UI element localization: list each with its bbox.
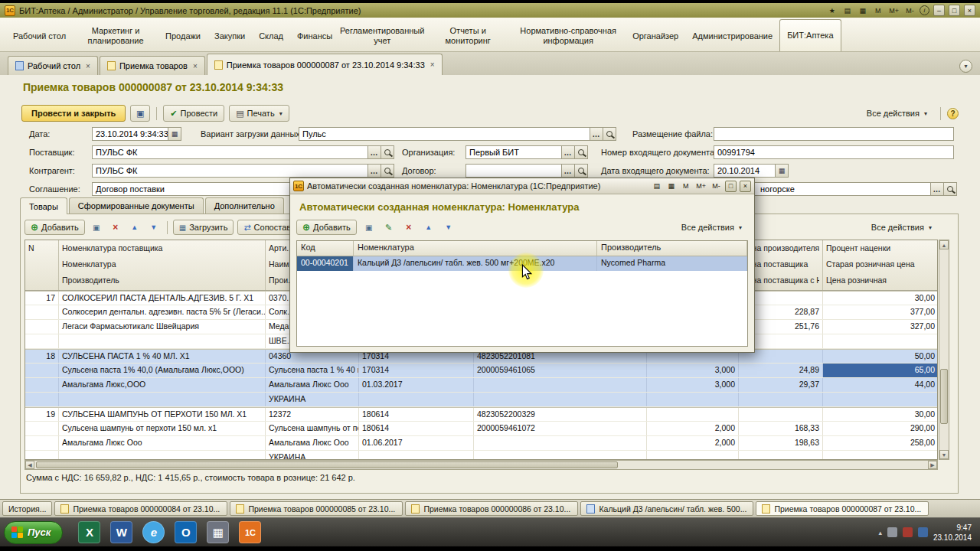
section-tab-4[interactable]: Закупки — [207, 21, 252, 51]
table-row[interactable]: Сульсена паста 1% 40,0 (Амальгама Люкс,О… — [25, 364, 937, 378]
calendar-button[interactable]: ▦ — [168, 128, 181, 140]
close-icon[interactable]: × — [86, 62, 90, 70]
cell[interactable]: УКРАИНА — [266, 393, 359, 406]
cell[interactable] — [25, 320, 59, 334]
copy-row-button[interactable]: ▣ — [89, 220, 104, 235]
cell[interactable] — [474, 436, 647, 450]
cell[interactable]: 2000059461065 — [474, 364, 647, 377]
cell[interactable] — [823, 393, 938, 406]
cell[interactable]: 327,00 — [823, 320, 938, 334]
column-header-producer[interactable]: Производитель — [597, 241, 747, 256]
cell-producer[interactable]: Nycomed Pharma — [597, 256, 747, 271]
maximize-button[interactable]: □ — [725, 181, 737, 192]
scale-m-plus-button[interactable]: М+ — [887, 5, 900, 16]
cell[interactable] — [739, 408, 823, 421]
mdi-tab-2[interactable]: Приемка товаров× — [100, 56, 205, 75]
cell[interactable]: 24,89 — [739, 364, 823, 377]
section-tab-8[interactable]: Отчеты и мониторинг — [425, 21, 511, 51]
scroll-left-icon[interactable]: ◀ — [25, 461, 34, 469]
load-variant-field[interactable]: Пульс … — [299, 127, 616, 141]
taskbar-clock[interactable]: 9:47 23.10.2014 — [933, 523, 976, 543]
mdi-tab-1[interactable]: Рабочий стол× — [8, 56, 98, 75]
scrollbar-thumb[interactable] — [940, 369, 948, 424]
vertical-scrollbar[interactable]: ▲ ▼ — [939, 240, 949, 460]
date-field[interactable]: 23.10.2014 9:34:33 ▦ — [92, 127, 181, 141]
column-header[interactable]: Старая розничная цена — [826, 256, 935, 272]
cell[interactable]: 17 — [25, 292, 59, 305]
column-header[interactable]: Процент наценки — [826, 240, 935, 256]
cell[interactable] — [474, 451, 647, 460]
dialog-table-row[interactable]: 00-00040201 Кальций Д3 /апельсин/ табл. … — [297, 256, 747, 271]
cell[interactable]: Амальгама Люкс Ооо — [266, 436, 359, 450]
minimize-button[interactable]: – — [933, 5, 945, 16]
subtab-2[interactable]: Сформированные документы — [69, 197, 204, 214]
close-button[interactable]: × — [740, 181, 751, 192]
cell[interactable]: СУЛЬСЕНА ПАСТА 1 % 40 МЛ. Х1 — [59, 350, 266, 363]
scale-m-minus-button[interactable]: М- — [710, 181, 722, 192]
post-button[interactable]: ✔Провести — [163, 105, 224, 122]
window-button-3[interactable]: Приемка товаров 000000086 от 23.10... — [405, 501, 578, 516]
cell[interactable] — [647, 408, 739, 421]
open-button[interactable] — [574, 146, 587, 158]
cell[interactable]: 01.03.2017 — [359, 378, 474, 392]
cell[interactable]: Амальгама Люкс Ооо — [266, 378, 359, 392]
cell[interactable]: 377,00 — [823, 305, 938, 319]
file-placement-field[interactable] — [714, 127, 954, 141]
cell[interactable] — [59, 393, 266, 406]
cell[interactable]: Солкосерил дентальн. адгезивн. паста 5% … — [59, 305, 266, 319]
cell[interactable]: 2,000 — [647, 436, 739, 450]
scale-m-minus-button[interactable]: М- — [904, 5, 916, 16]
cell[interactable] — [647, 393, 739, 406]
open-button[interactable] — [943, 183, 956, 195]
scroll-down-icon[interactable]: ▼ — [939, 450, 949, 459]
all-actions-button[interactable]: Все действия▾ — [860, 105, 934, 122]
move-down-button[interactable]: ▼ — [146, 220, 162, 235]
window-button-5[interactable]: Приемка товаров 000000087 от 23.10... — [756, 501, 929, 516]
cell[interactable]: Сульсена паста 1% 40,0 (Амальгама Люкс,О… — [59, 364, 266, 377]
select-button[interactable]: … — [930, 183, 943, 195]
table-all-actions-button[interactable]: Все действия▾ — [865, 220, 938, 235]
section-tab-2[interactable]: Маркетинг и планирование — [73, 21, 158, 51]
column-header-nomenclature[interactable]: Номенклатура — [354, 241, 597, 256]
cell[interactable]: 258,00 — [823, 436, 938, 450]
contract-field[interactable]: … — [466, 164, 588, 178]
select-button[interactable]: … — [368, 146, 381, 158]
cell[interactable] — [823, 451, 938, 460]
cell[interactable]: Сульсена шампунь от перхоти 150 мл. х1 — [59, 422, 266, 435]
section-tab-12[interactable]: БИТ:Аптека — [779, 19, 841, 51]
tray-icon[interactable] — [918, 527, 928, 537]
open-button[interactable] — [603, 128, 616, 140]
scroll-up-icon[interactable]: ▲ — [939, 240, 949, 249]
incoming-number-field[interactable]: 00991794 — [714, 145, 954, 159]
subtab-1[interactable]: Товары — [20, 197, 67, 214]
cell[interactable] — [647, 451, 739, 460]
table-row[interactable]: Амальгама Люкс ОооАмальгама Люкс Ооо01.0… — [25, 436, 937, 451]
subtab-3[interactable]: Дополнительно — [205, 197, 284, 214]
section-tab-10[interactable]: Органайзер — [626, 21, 685, 51]
section-tab-6[interactable]: Финансы — [290, 21, 339, 51]
cell[interactable] — [739, 451, 823, 460]
cell[interactable] — [739, 393, 823, 406]
tray-expand-icon[interactable]: ▴ — [878, 527, 882, 537]
cell[interactable] — [823, 334, 938, 348]
cell[interactable]: СОЛКОСЕРИЛ ПАСТА ДЕНТАЛЬ.АДГЕЗИВ. 5 Г. Х… — [59, 292, 266, 305]
dialog-add-button[interactable]: ⊕Добавить — [296, 220, 357, 235]
section-tab-1[interactable]: Рабочий стол — [6, 21, 73, 51]
cell-code[interactable]: 00-00040201 — [297, 256, 354, 271]
cell[interactable] — [25, 451, 59, 460]
close-icon[interactable]: × — [193, 62, 198, 70]
table-row[interactable]: УКРАИНА — [25, 451, 937, 460]
column-header[interactable]: Номенклатура поставщика — [62, 240, 262, 256]
help-icon[interactable]: ? — [947, 108, 959, 119]
word-icon[interactable]: W — [110, 521, 132, 543]
supplier-field[interactable]: ПУЛЬС ФК … — [92, 145, 394, 159]
horizontal-scrollbar[interactable]: ◀ ▶ — [24, 460, 938, 470]
cell[interactable] — [59, 451, 266, 460]
cell[interactable]: 18 — [25, 350, 59, 363]
cell[interactable] — [25, 422, 59, 435]
cell[interactable]: 19 — [25, 408, 59, 421]
ie-icon[interactable]: e — [142, 521, 165, 543]
add-row-button[interactable]: ⊕Добавить — [24, 220, 85, 235]
cell[interactable]: УКРАИНА — [266, 451, 359, 460]
cell[interactable] — [25, 436, 59, 450]
